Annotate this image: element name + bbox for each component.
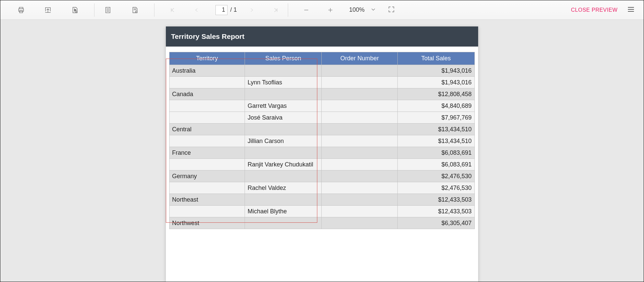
table-cell: $12,433,503 — [397, 206, 474, 217]
table-cell: Michael Blythe — [245, 206, 322, 217]
table-row: Lynn Tsoflias$1,943,016 — [169, 77, 474, 88]
table-cell: Canada — [169, 88, 245, 100]
table-cell: France — [169, 147, 245, 159]
table-row: Central$13,434,510 — [169, 124, 474, 135]
table-cell: $12,808,458 — [397, 88, 474, 100]
table-cell — [322, 135, 397, 147]
fullscreen-button[interactable] — [388, 6, 395, 14]
preview-canvas[interactable]: Territory Sales Report Territory Sales P… — [0, 20, 644, 282]
table-row: Northeast$12,433,503 — [169, 194, 474, 206]
svg-rect-2 — [19, 10, 22, 12]
table-cell: $2,476,530 — [397, 170, 474, 182]
col-header-ordernumber: Order Number — [322, 52, 397, 65]
zoom-in-button[interactable] — [324, 4, 336, 16]
print-button[interactable] — [14, 3, 28, 17]
table-cell: $12,433,503 — [397, 194, 474, 206]
table-row: José Saraiva$7,967,769 — [169, 112, 474, 124]
svg-point-10 — [135, 11, 137, 13]
table-cell: $13,434,510 — [397, 135, 474, 147]
first-page-button[interactable] — [167, 4, 179, 16]
table-row: Garrett Vargas$4,840,689 — [169, 100, 474, 112]
table-cell: José Saraiva — [245, 112, 322, 124]
table-cell: $1,943,016 — [397, 77, 474, 88]
col-header-salesperson: Sales Person — [245, 52, 322, 65]
last-page-icon — [273, 7, 278, 13]
chevron-right-icon — [249, 8, 254, 12]
table-cell — [169, 77, 245, 88]
table-row: Jillian Carson$13,434,510 — [169, 135, 474, 147]
table-cell: $7,967,769 — [397, 112, 474, 124]
table-cell — [322, 147, 397, 159]
first-page-icon — [170, 7, 175, 13]
table-cell — [322, 77, 397, 88]
table-cell: $1,943,016 — [397, 65, 474, 77]
table-cell: Germany — [169, 170, 245, 182]
chevron-down-icon — [371, 7, 376, 12]
table-cell: $6,083,691 — [397, 147, 474, 159]
table-row: Rachel Valdez$2,476,530 — [169, 182, 474, 194]
zoom-out-button[interactable] — [300, 4, 312, 16]
fullscreen-icon — [388, 6, 395, 13]
minus-icon — [303, 7, 309, 13]
hamburger-icon — [627, 5, 635, 13]
table-cell: Northwest — [169, 217, 245, 229]
menu-button[interactable] — [627, 5, 635, 15]
table-cell — [322, 170, 397, 182]
table-cell — [245, 88, 322, 100]
table-cell — [169, 100, 245, 112]
table-cell — [245, 65, 322, 77]
table-cell — [322, 112, 397, 124]
document-info-button[interactable] — [101, 3, 115, 17]
last-page-button[interactable] — [270, 4, 282, 16]
print-icon — [17, 6, 25, 14]
report-page: Territory Sales Report Territory Sales P… — [166, 26, 478, 282]
document-gear-icon — [131, 6, 138, 14]
table-cell — [322, 88, 397, 100]
report-table: Territory Sales Person Order Number Tota… — [169, 52, 475, 229]
table-cell: Ranjit Varkey Chudukatil — [245, 159, 322, 170]
page-input[interactable] — [215, 5, 228, 15]
table-row: Germany$2,476,530 — [169, 170, 474, 182]
zoom-level: 100% — [349, 6, 365, 13]
export-button[interactable] — [41, 3, 55, 17]
table-cell — [322, 206, 397, 217]
close-preview-button[interactable]: CLOSE PREVIEW — [571, 7, 618, 13]
next-page-button[interactable] — [246, 4, 258, 16]
svg-point-3 — [75, 11, 77, 13]
separator — [288, 3, 288, 17]
table-cell — [322, 182, 397, 194]
table-cell: Jillian Carson — [245, 135, 322, 147]
table-cell — [322, 65, 397, 77]
col-header-territory: Territory — [169, 52, 245, 65]
table-cell: Central — [169, 124, 245, 135]
table-cell: Lynn Tsoflias — [245, 77, 322, 88]
document-settings-button[interactable] — [127, 3, 142, 17]
table-cell — [169, 159, 245, 170]
zoom-dropdown[interactable] — [371, 7, 376, 13]
chevron-left-icon — [194, 8, 199, 12]
table-cell: $13,434,510 — [397, 124, 474, 135]
table-cell: Garrett Vargas — [245, 100, 322, 112]
share-button[interactable] — [67, 3, 82, 17]
separator — [154, 3, 154, 17]
table-cell: Rachel Valdez — [245, 182, 322, 194]
table-row: Australia$1,943,016 — [169, 65, 474, 77]
document-icon — [104, 6, 112, 14]
table-row: Ranjit Varkey Chudukatil$6,083,691 — [169, 159, 474, 170]
table-cell — [322, 100, 397, 112]
table-cell — [322, 124, 397, 135]
table-cell — [245, 124, 322, 135]
table-cell — [245, 147, 322, 159]
table-cell — [322, 194, 397, 206]
table-cell: $6,305,407 — [397, 217, 474, 229]
table-cell: $4,840,689 — [397, 100, 474, 112]
table-cell: $2,476,530 — [397, 182, 474, 194]
plus-icon — [327, 7, 333, 13]
table-cell — [169, 135, 245, 147]
prev-page-button[interactable] — [191, 4, 203, 16]
table-cell: $6,083,691 — [397, 159, 474, 170]
table-cell — [245, 194, 322, 206]
table-cell: Northeast — [169, 194, 245, 206]
table-row: Northwest$6,305,407 — [169, 217, 474, 229]
toolbar: / 1 100% CLOSE PREVIEW — [0, 0, 644, 20]
